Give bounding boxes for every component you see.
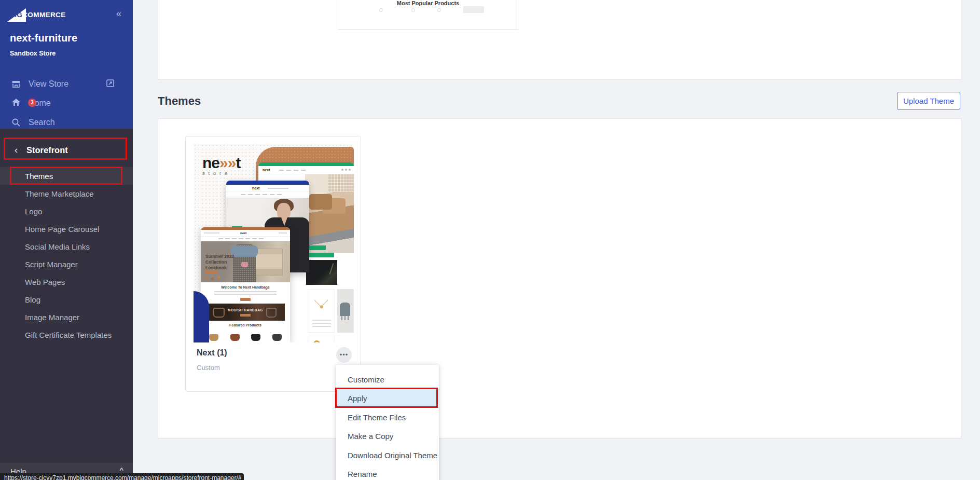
link-status-bar: https://store-cicvv7zp1.mybigcommerce.co… (0, 473, 244, 480)
modish-handbag-banner: MODISH HANDBAG (206, 304, 285, 321)
themes-section-title: Themes (158, 94, 201, 108)
menu-item-edit-theme-files[interactable]: Edit Theme Files (336, 408, 439, 427)
next-store-mini-logo: next (252, 186, 259, 190)
lookbook-photo: Summer 2022 Collection Lookbook (201, 241, 290, 282)
bigcommerce-control-panel: BIGCOMMERCE « next-furniture Sandbox Sto… (0, 0, 980, 480)
sidebar-item-home[interactable]: 3 Home (0, 93, 133, 113)
current-theme-preview-card: Most Popular Products (338, 0, 518, 30)
next-store-brand-logo: ne»»t store (202, 154, 249, 176)
sidebar-item-home-page-carousel[interactable]: Home Page Carousel (0, 220, 133, 238)
handbag-thumbnail (251, 334, 260, 341)
sidebar-item-gift-certificate-templates[interactable]: Gift Certificate Templates (0, 326, 133, 344)
menu-item-rename[interactable]: Rename (336, 465, 439, 480)
jewelry-card-bangles (308, 336, 335, 342)
sidebar-item-script-manager[interactable]: Script Manager (0, 255, 133, 273)
home-icon (11, 98, 21, 107)
sidebar: BIGCOMMERCE « next-furniture Sandbox Sto… (0, 0, 133, 480)
collapse-sidebar-icon[interactable]: « (116, 8, 121, 19)
theme-options-ellipsis-button[interactable]: ••• (336, 347, 352, 363)
menu-item-customize[interactable]: Customize (336, 370, 439, 389)
sidebar-item-social-media-links[interactable]: Social Media Links (0, 238, 133, 255)
status-url: https://store-cicvv7zp1.mybigcommerce.co… (4, 474, 242, 480)
section-title: Storefront (26, 145, 68, 155)
product-thumbnails-row (338, 8, 518, 17)
sidebar-item-theme-marketplace[interactable]: Theme Marketplace (0, 185, 133, 202)
featured-products-row (205, 330, 286, 342)
theme-options-menu: Customize Apply Edit Theme Files Make a … (336, 365, 439, 480)
summer-collection-heading: Summer 2022 Collection Lookbook (205, 254, 246, 271)
sidebar-item-image-manager[interactable]: Image Manager (0, 308, 133, 326)
sidebar-item-themes[interactable]: Themes (0, 167, 133, 185)
sidebar-top-section: BIGCOMMERCE « next-furniture Sandbox Sto… (0, 0, 133, 129)
theme-card-next-1[interactable]: next New Beds Collection 2022 next (185, 136, 361, 392)
bed-photo (305, 174, 354, 253)
bigcommerce-logo: BIGCOMMERCE « (0, 6, 133, 24)
menu-item-make-a-copy[interactable]: Make a Copy (336, 427, 439, 446)
menu-item-download-original-theme[interactable]: Download Original Theme (336, 446, 439, 465)
home-notification-badge: 3 (28, 99, 36, 107)
preview-window-handbags: next Summer 2022 Collection Lookbook Wel… (201, 227, 290, 342)
theme-preview-image: next New Beds Collection 2022 next (194, 144, 354, 342)
upload-theme-button[interactable]: Upload Theme (897, 92, 960, 110)
dark-decor-photo (306, 260, 337, 285)
handbag-thumbnail (272, 334, 282, 341)
jewelry-card-necklace (308, 289, 335, 333)
theme-type-label: Custom (197, 364, 220, 372)
back-chevron-icon[interactable]: ‹ (15, 145, 18, 156)
storefront-section-header[interactable]: ‹ Storefront (0, 140, 133, 160)
armchair-photo (337, 289, 354, 333)
theme-name: Next (1) (197, 348, 227, 358)
handbag-thumbnail (230, 334, 240, 341)
blue-background-shape (194, 291, 209, 342)
external-link-icon[interactable] (106, 79, 115, 88)
store-type-label: Sandbox Store (10, 50, 56, 57)
featured-products-heading: Featured Products (201, 323, 290, 327)
sidebar-item-blog[interactable]: Blog (0, 291, 133, 308)
storefront-icon (11, 79, 21, 89)
storefront-submenu: Themes Theme Marketplace Logo Home Page … (0, 167, 133, 344)
search-icon (11, 118, 21, 127)
sidebar-item-label: View Store (29, 79, 68, 89)
sidebar-nav: View Store 3 Home Search (0, 74, 133, 132)
sidebar-item-label: Search (29, 118, 55, 127)
store-name: next-furniture (10, 32, 77, 44)
sidebar-item-logo[interactable]: Logo (0, 202, 133, 220)
menu-item-apply[interactable]: Apply (336, 389, 439, 408)
logo-text: BIGCOMMERCE (9, 11, 66, 19)
chevron-up-icon[interactable]: ^ (119, 466, 123, 474)
next-store-mini-logo: next (240, 231, 246, 235)
current-theme-panel: Most Popular Products (158, 0, 961, 80)
next-store-mini-logo: next (263, 168, 270, 172)
most-popular-products-heading: Most Popular Products (338, 0, 518, 6)
handbag-thumbnail (209, 334, 218, 341)
sidebar-item-view-store[interactable]: View Store (0, 74, 133, 93)
welcome-heading: Welcome To Next Handbags (201, 285, 290, 289)
sidebar-item-web-pages[interactable]: Web Pages (0, 273, 133, 291)
sidebar-item-search[interactable]: Search (0, 113, 133, 132)
